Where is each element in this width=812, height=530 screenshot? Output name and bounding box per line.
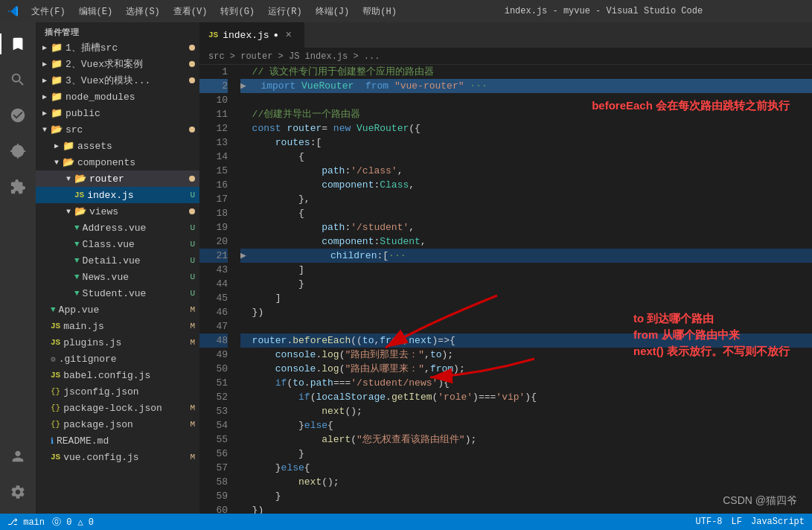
code-line-51: if(to.path==='/student/news'){ [240,376,812,390]
file-icon: ⚙ [51,354,56,364]
sidebar-item-node-modules[interactable]: ▶ 📁 node_modules [36,89,199,105]
menu-terminal[interactable]: 终端(J) [310,4,356,19]
vue-icon: ▼ [74,289,80,298]
folder-icon: 📁 [51,58,63,70]
sidebar-item-package-lock[interactable]: {} package-lock.json M [36,400,199,416]
code-line-11: //创建并导出一个路由器 [240,107,812,121]
file-label: vue.config.js [63,452,190,463]
status-errors: ⓪ 0 [52,516,71,529]
sidebar-item-vuex-sum[interactable]: ▶ 📁 2、Vuex求和案例 [36,56,199,72]
file-label: .gitignore [59,354,199,365]
sidebar-item-components[interactable]: ▼ 📂 components [36,154,199,170]
tab-close-button[interactable]: × [283,29,295,41]
modified-badge [189,127,195,132]
sidebar-item-gitignore[interactable]: ⚙ .gitignore [36,351,199,367]
js-icon: JS [51,322,60,331]
untracked-badge: U [190,272,195,281]
activity-bar [0,22,36,514]
activity-scm[interactable] [0,98,36,133]
sidebar-item-address-vue[interactable]: ▼ Address.vue U [36,220,199,236]
sidebar-item-plugs-src[interactable]: ▶ 📁 1、插槽src [36,39,199,56]
activity-account[interactable] [0,438,36,474]
sidebar-item-main-js[interactable]: JS main.js M [36,318,199,334]
untracked-badge: U [190,240,195,249]
menu-file[interactable]: 文件(F) [25,4,71,19]
code-line-44: } [240,277,812,291]
menu-select[interactable]: 选择(S) [120,4,166,19]
status-line-ending: LF [732,517,742,527]
tab-index-js[interactable]: JS index.js ● × [199,22,304,48]
activity-explorer[interactable] [0,26,36,62]
sidebar-item-router[interactable]: ▼ 📂 router [36,170,199,187]
menu-edit[interactable]: 编辑(E) [73,4,119,19]
code-line-13: routes:[ [240,135,812,150]
sidebar-item-vue-config[interactable]: JS vue.config.js M [36,449,199,465]
code-line-12: const router= new VueRouter({ [240,121,812,135]
expand-icon: ▼ [39,124,51,135]
code-line-49: console.log("路由到那里去：",to); [240,348,812,362]
breadcrumb: src > router > JS index.js > ... [199,48,812,65]
sidebar-item-plugins-js[interactable]: JS plugins.js M [36,334,199,351]
titlebar-left: 文件(F) 编辑(E) 选择(S) 查看(V) 转到(G) 运行(R) 终端(J… [7,4,403,19]
folder-label: components [77,157,199,168]
code-line-10 [240,93,812,107]
code-line-15: path:'/class', [240,164,812,178]
code-line-46: }) [240,305,812,319]
vue-icon: ▼ [74,272,80,281]
window-title: index.js - myvue - Visual Studio Code [403,6,805,16]
code-line-19: path:'/student', [240,220,812,234]
sidebar-item-jsconfig[interactable]: {} jsconfig.json [36,383,199,400]
expand-icon: ▶ [51,140,63,152]
code-line-50: console.log("路由从哪里来：",from); [240,362,812,376]
sidebar-item-public[interactable]: ▶ 📁 public [36,105,199,121]
tab-modified-dot: ● [274,31,278,39]
file-label: index.js [87,190,190,201]
sidebar-item-vuex-module[interactable]: ▶ 📁 3、Vuex的模块... [36,72,199,89]
json-icon: {} [51,420,60,429]
untracked-badge: U [190,191,195,199]
code-line-21: ▶ children:[··· [240,249,812,263]
menu-run[interactable]: 运行(R) [262,4,308,19]
folder-icon: 📁 [51,42,63,54]
folder-icon: 📁 [51,74,63,86]
status-language: JavaScript [751,517,805,527]
sidebar-item-student-vue[interactable]: ▼ Student.vue U [36,285,199,301]
activity-extensions[interactable] [0,169,36,205]
activity-bottom [0,438,36,514]
untracked-badge: U [190,289,195,298]
sidebar-item-index-js[interactable]: JS index.js U [36,187,199,203]
modified-file-badge: M [190,338,195,347]
sidebar-item-src[interactable]: ▼ 📂 src [36,121,199,138]
activity-search[interactable] [0,62,36,98]
code-content: // 该文件专门用于创建整个应用的路由器 ▶ import VueRouter … [237,65,812,514]
sidebar-item-assets[interactable]: ▶ 📁 assets [36,138,199,154]
sidebar-item-class-vue[interactable]: ▼ Class.vue U [36,236,199,252]
sidebar-item-readme[interactable]: ℹ README.md [36,432,199,449]
sidebar-item-app-vue[interactable]: ▼ App.vue M [36,301,199,318]
status-encoding: UTF-8 [696,517,723,527]
activity-debug[interactable] [0,133,36,169]
file-label: babel.config.js [63,370,199,381]
sidebar-item-news-vue[interactable]: ▼ News.vue U [36,269,199,285]
sidebar-item-package[interactable]: {} package.json M [36,416,199,432]
code-editor[interactable]: 1 2 10 11 12 13 14 15 16 17 18 19 20 21 … [199,65,812,514]
menu-view[interactable]: 查看(V) [167,4,214,19]
main-layout: 插件管理 ▶ 📁 1、插槽src ▶ 📁 2、Vuex求和案例 ▶ 📁 3、Vu… [0,22,812,514]
folder-label: node_modules [65,92,199,103]
expand-icon: ▶ [39,42,51,54]
sidebar: 插件管理 ▶ 📁 1、插槽src ▶ 📁 2、Vuex求和案例 ▶ 📁 3、Vu… [36,22,199,514]
js-icon: JS [51,371,60,380]
sidebar-item-babel-config[interactable]: JS babel.config.js [36,367,199,383]
file-label: package.json [63,419,190,430]
folder-open-icon: 📂 [74,205,86,217]
code-line-16: component:Class, [240,178,812,192]
activity-settings[interactable] [0,474,36,510]
menu-goto[interactable]: 转到(G) [214,4,260,19]
file-label: News.vue [83,272,191,283]
menu-help[interactable]: 帮助(H) [357,4,403,19]
code-line-45: ] [240,291,812,305]
js-icon: JS [74,191,84,199]
vscode-icon [7,5,19,17]
sidebar-item-detail-vue[interactable]: ▼ Detail.vue U [36,252,199,269]
sidebar-item-views[interactable]: ▼ 📂 views [36,203,199,220]
